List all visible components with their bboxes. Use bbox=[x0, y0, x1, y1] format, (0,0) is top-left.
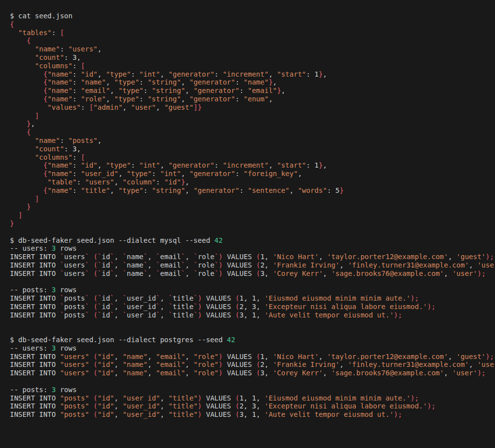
sql-insert-mysql-posts-3: INSERT INTO `posts` (`id`, `user_id`, `t… bbox=[10, 311, 495, 319]
json-line: "name": "posts", bbox=[10, 136, 495, 145]
blank-line bbox=[10, 228, 495, 236]
json-line: "columns": [ bbox=[10, 62, 495, 70]
sql-insert-mysql-users-3: INSERT INTO `users` (`id`, `name`, `emai… bbox=[10, 269, 495, 278]
json-line: {"name": "email", "type": "string", "gen… bbox=[10, 87, 495, 95]
blank-line bbox=[10, 377, 495, 386]
json-line: "columns": [ bbox=[10, 153, 495, 162]
json-line: {"name": "name", "type": "string", "gene… bbox=[10, 78, 495, 87]
json-line: "values": ["admin", "user", "guest"]} bbox=[10, 103, 495, 112]
sql-insert-postgres-users-2: INSERT INTO "users" ("id", "name", "emai… bbox=[10, 360, 495, 369]
sql-insert-mysql-posts-2: INSERT INTO `posts` (`id`, `user_id`, `t… bbox=[10, 303, 495, 311]
comment-posts-rows: -- posts: 3 rows bbox=[10, 386, 495, 394]
json-line: ] bbox=[10, 195, 495, 203]
json-line: {"name": "id", "type": "int", "generator… bbox=[10, 161, 495, 170]
json-line: } bbox=[10, 220, 495, 228]
json-line: {"name": "title", "type": "string", "gen… bbox=[10, 186, 495, 195]
json-line: ] bbox=[10, 112, 495, 120]
json-line: ] bbox=[10, 211, 495, 220]
terminal-output: $ cat seed.json{ "tables": [ { "name": "… bbox=[10, 12, 495, 419]
json-line: "tables": [ bbox=[10, 29, 495, 37]
sql-insert-postgres-posts-1: INSERT INTO "posts" ("id", "user_id", "t… bbox=[10, 394, 495, 403]
blank-line bbox=[10, 327, 495, 336]
prompt-db-seed-faker-mysql: $ db-seed-faker seed.json --dialect mysq… bbox=[10, 236, 495, 245]
blank-line bbox=[10, 278, 495, 286]
sql-insert-mysql-users-1: INSERT INTO `users` (`id`, `name`, `emai… bbox=[10, 253, 495, 261]
json-line: "count": 3, bbox=[10, 145, 495, 153]
json-line: {"name": "id", "type": "int", "generator… bbox=[10, 70, 495, 79]
prompt-db-seed-faker-postgres: $ db-seed-faker seed.json --dialect post… bbox=[10, 336, 495, 344]
blank-line bbox=[10, 319, 495, 327]
sql-insert-postgres-posts-3: INSERT INTO "posts" ("id", "user_id", "t… bbox=[10, 410, 495, 419]
comment-users-rows: -- users: 3 rows bbox=[10, 244, 495, 253]
sql-insert-postgres-users-3: INSERT INTO "users" ("id", "name", "emai… bbox=[10, 369, 495, 377]
terminal-window[interactable]: $ cat seed.json{ "tables": [ { "name": "… bbox=[0, 0, 495, 448]
sql-insert-mysql-posts-1: INSERT INTO `posts` (`id`, `user_id`, `t… bbox=[10, 294, 495, 303]
json-line: {"name": "user_id", "type": "int", "gene… bbox=[10, 170, 495, 178]
sql-insert-mysql-users-2: INSERT INTO `users` (`id`, `name`, `emai… bbox=[10, 261, 495, 269]
prompt-cat-seed-json: $ cat seed.json bbox=[10, 12, 495, 20]
json-line: "count": 3, bbox=[10, 53, 495, 62]
sql-insert-postgres-users-1: INSERT INTO "users" ("id", "name", "emai… bbox=[10, 353, 495, 361]
json-line: { bbox=[10, 37, 495, 45]
comment-posts-rows: -- posts: 3 rows bbox=[10, 286, 495, 294]
sql-insert-postgres-posts-2: INSERT INTO "posts" ("id", "user_id", "t… bbox=[10, 402, 495, 410]
json-line: }, bbox=[10, 120, 495, 128]
json-line: } bbox=[10, 203, 495, 211]
json-line: "name": "users", bbox=[10, 45, 495, 53]
json-line: "table": "users", "column": "id"}, bbox=[10, 178, 495, 186]
json-line: { bbox=[10, 20, 495, 29]
comment-users-rows: -- users: 3 rows bbox=[10, 344, 495, 353]
json-line: { bbox=[10, 128, 495, 136]
json-line: {"name": "role", "type": "string", "gene… bbox=[10, 95, 495, 103]
